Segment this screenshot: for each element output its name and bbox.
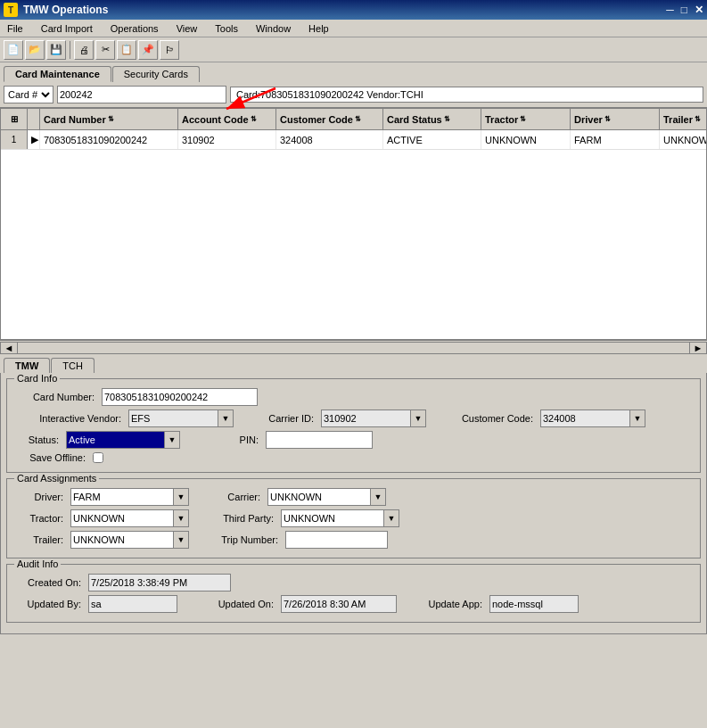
open-button[interactable]: 📂	[25, 40, 45, 60]
header-card-status[interactable]: Card Status ⇅	[383, 109, 481, 129]
table-row[interactable]: 1 ▶ 7083051831090200242 310902 324008 AC…	[1, 130, 706, 150]
menu-help[interactable]: Help	[305, 22, 333, 35]
driver-label: Driver:	[14, 492, 63, 502]
app-title: TMW Operations	[23, 4, 108, 16]
update-app-field	[489, 595, 579, 613]
minimize-btn[interactable]: ─	[666, 4, 674, 16]
customer-code-label: Customer Code:	[444, 413, 533, 424]
flag-button[interactable]: 🏳	[160, 40, 179, 60]
third-party-dropdown-btn[interactable]: ▼	[383, 509, 399, 527]
trip-number-input[interactable]	[285, 531, 388, 549]
copy-button[interactable]: 📋	[117, 40, 136, 60]
card-info-title: Card Info	[14, 373, 60, 384]
row-arrow-cell: ▶	[28, 130, 40, 149]
pin-label: PIN:	[214, 434, 259, 445]
scroll-right-btn[interactable]: ►	[689, 342, 707, 354]
card-assignments-section: Card Assignments Driver: ▼ Carrier: ▼ Tr…	[6, 478, 701, 558]
menu-view[interactable]: View	[173, 22, 201, 35]
maximize-btn[interactable]: □	[681, 4, 687, 16]
header-card-number[interactable]: Card Number ⇅	[40, 109, 178, 129]
updated-on-label: Updated On:	[202, 599, 274, 609]
cut-button[interactable]: ✂	[95, 40, 115, 60]
tab-tmw[interactable]: TMW	[4, 358, 50, 373]
status-label: Status:	[14, 434, 59, 445]
sort-card-status-icon: ⇅	[444, 115, 450, 123]
field-select-dropdown[interactable]: Card #	[4, 86, 53, 103]
sort-driver-icon: ⇅	[604, 115, 611, 123]
interactive-vendor-dropdown-btn[interactable]: ▼	[218, 410, 234, 427]
sort-trailer-icon: ⇅	[695, 115, 701, 123]
third-party-field[interactable]: ▼	[281, 509, 399, 527]
carrier-id-input[interactable]	[321, 410, 410, 427]
sort-card-number-icon: ⇅	[108, 115, 114, 123]
carrier-id-dropdown-btn[interactable]: ▼	[410, 410, 426, 427]
search-input[interactable]	[57, 86, 226, 103]
carrier-field[interactable]: ▼	[267, 488, 386, 506]
trip-number-label: Trip Number:	[207, 534, 278, 545]
trailer-field[interactable]: ▼	[70, 531, 189, 549]
new-button[interactable]: 📄	[4, 40, 23, 60]
driver-dropdown-btn[interactable]: ▼	[173, 488, 189, 506]
red-arrow-annotation	[209, 84, 280, 120]
trailer-dropdown-btn[interactable]: ▼	[173, 531, 189, 549]
driver-input[interactable]	[70, 488, 173, 506]
scroll-left-btn[interactable]: ◄	[0, 342, 18, 354]
driver-field[interactable]: ▼	[70, 488, 189, 506]
tractor-input[interactable]	[70, 509, 173, 527]
bottom-panel: Card Info Card Number: Interactive Vendo…	[0, 373, 707, 634]
trailer-input[interactable]	[70, 531, 173, 549]
updated-by-field	[88, 595, 177, 613]
sort-customer-code-icon: ⇅	[355, 115, 361, 123]
scroll-track[interactable]	[18, 342, 689, 354]
tab-tch[interactable]: TCH	[51, 358, 95, 373]
customer-code-input[interactable]	[540, 410, 629, 427]
status-field[interactable]: ▼	[66, 431, 180, 449]
print-button[interactable]: 🖨	[74, 40, 94, 60]
menu-operations[interactable]: Operations	[107, 22, 162, 35]
tab-security-cards[interactable]: Security Cards	[112, 66, 200, 82]
menu-card-import[interactable]: Card Import	[37, 22, 96, 35]
interactive-vendor-field[interactable]: ▼	[128, 410, 234, 427]
sort-tractor-icon: ⇅	[520, 115, 526, 123]
tractor-field[interactable]: ▼	[70, 509, 189, 527]
interactive-vendor-input[interactable]	[128, 410, 218, 427]
field-selector[interactable]: Card #	[4, 86, 53, 103]
card-number-label: Card Number:	[14, 392, 95, 402]
card-number-field[interactable]	[102, 388, 258, 406]
tractor-dropdown-btn[interactable]: ▼	[173, 509, 189, 527]
tab-bar: Card Maintenance Security Cards	[0, 62, 707, 82]
save-button[interactable]: 💾	[46, 40, 66, 60]
created-on-label: Created On:	[14, 577, 81, 588]
menu-tools[interactable]: Tools	[211, 22, 242, 35]
paste-button[interactable]: 📌	[138, 40, 158, 60]
carrier-input[interactable]	[267, 488, 370, 506]
status-dropdown-btn[interactable]: ▼	[164, 431, 180, 449]
menu-window[interactable]: Window	[252, 22, 294, 35]
row-trailer: UNKNOWN	[660, 130, 707, 149]
third-party-input[interactable]	[281, 509, 383, 527]
header-driver[interactable]: Driver ⇅	[571, 109, 660, 129]
carrier-label: Carrier:	[207, 492, 260, 502]
customer-code-field[interactable]: ▼	[540, 410, 645, 427]
app-icon: T	[4, 3, 18, 17]
save-offline-checkbox[interactable]	[93, 452, 103, 463]
carrier-dropdown-btn[interactable]: ▼	[370, 488, 386, 506]
bottom-tab-bar: TMW TCH	[0, 354, 707, 373]
third-party-label: Third Party:	[207, 513, 274, 524]
carrier-id-field[interactable]: ▼	[321, 410, 426, 427]
tab-card-maintenance[interactable]: Card Maintenance	[4, 66, 111, 82]
toolbar: 📄 📂 💾 🖨 ✂ 📋 📌 🏳	[0, 37, 707, 62]
header-tractor[interactable]: Tractor ⇅	[481, 109, 571, 129]
status-input[interactable]	[66, 431, 164, 449]
close-btn[interactable]: ✕	[695, 4, 703, 16]
horizontal-scrollbar[interactable]: ◄ ►	[0, 340, 707, 354]
pin-field[interactable]	[266, 431, 373, 449]
row-num-cell: 1	[1, 130, 28, 149]
menu-file[interactable]: File	[4, 22, 27, 35]
trailer-label: Trailer:	[14, 534, 63, 545]
header-customer-code[interactable]: Customer Code ⇅	[276, 109, 383, 129]
row-driver: FARM	[571, 130, 660, 149]
customer-code-dropdown-btn[interactable]: ▼	[629, 410, 645, 427]
card-assignments-title: Card Assignments	[14, 473, 99, 484]
header-trailer[interactable]: Trailer ⇅	[660, 109, 707, 129]
